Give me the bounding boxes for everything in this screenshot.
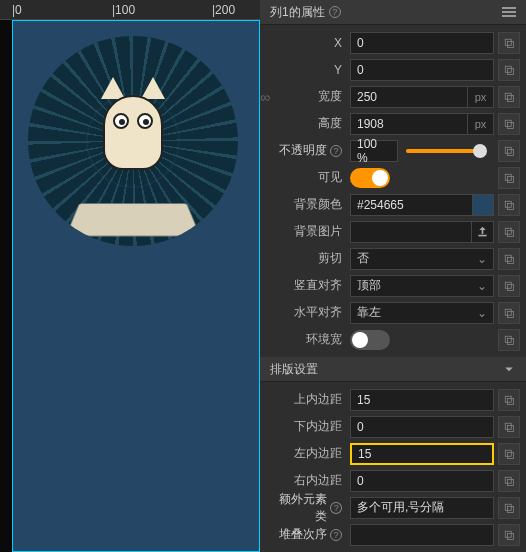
- upload-icon[interactable]: [472, 221, 494, 243]
- help-icon[interactable]: ?: [330, 502, 342, 514]
- copy-icon[interactable]: [498, 524, 520, 546]
- row-padding-top: 上内边距 15: [260, 386, 526, 413]
- svg-rect-20: [508, 284, 514, 290]
- content-image[interactable]: [28, 36, 238, 246]
- opacity-slider[interactable]: [406, 149, 486, 153]
- section-title: 排版设置: [270, 361, 318, 378]
- svg-rect-28: [508, 425, 514, 431]
- svg-rect-2: [505, 66, 511, 72]
- svg-rect-21: [505, 309, 511, 315]
- help-icon[interactable]: ?: [329, 6, 341, 18]
- y-input[interactable]: 0: [350, 59, 494, 81]
- section-header-column-props[interactable]: 列1的属性?: [260, 0, 526, 25]
- svg-rect-25: [505, 396, 511, 402]
- copy-icon[interactable]: [498, 113, 520, 135]
- copy-icon[interactable]: [498, 221, 520, 243]
- help-icon[interactable]: ?: [330, 145, 342, 157]
- svg-rect-8: [505, 147, 511, 153]
- row-height: 高度 1908 px: [260, 110, 526, 137]
- svg-rect-6: [505, 120, 511, 126]
- copy-icon[interactable]: [498, 194, 520, 216]
- row-padding-bottom: 下内边距 0: [260, 413, 526, 440]
- row-halign: 水平对齐 靠左⌄: [260, 299, 526, 326]
- section-header-layout[interactable]: 排版设置: [260, 357, 526, 382]
- row-opacity: 不透明度? 100 %: [260, 137, 526, 164]
- opacity-input[interactable]: 100 %: [350, 140, 398, 162]
- svg-rect-12: [505, 201, 511, 207]
- copy-icon[interactable]: [498, 389, 520, 411]
- row-stack-order: 堆叠次序?: [260, 521, 526, 548]
- visible-toggle[interactable]: [350, 168, 390, 188]
- envwidth-toggle[interactable]: [350, 330, 390, 350]
- svg-rect-34: [508, 506, 514, 512]
- svg-rect-24: [508, 338, 514, 344]
- padding-bottom-input[interactable]: 0: [350, 416, 494, 438]
- padding-right-input[interactable]: 0: [350, 470, 494, 492]
- copy-icon[interactable]: [498, 416, 520, 438]
- row-bgimg: 背景图片: [260, 218, 526, 245]
- link-icon[interactable]: ∞: [260, 89, 270, 105]
- row-padding-left: 左内边距 15: [260, 440, 526, 467]
- bgcolor-input[interactable]: #254665: [350, 194, 473, 216]
- svg-rect-3: [508, 68, 514, 74]
- svg-rect-15: [505, 228, 511, 234]
- extra-class-input[interactable]: 多个可用,号分隔: [350, 497, 494, 519]
- svg-rect-19: [505, 282, 511, 288]
- row-visible: 可见: [260, 164, 526, 191]
- svg-rect-1: [508, 41, 514, 47]
- bgimg-input[interactable]: [350, 221, 472, 243]
- copy-icon[interactable]: [498, 32, 520, 54]
- copy-icon[interactable]: [498, 167, 520, 189]
- svg-rect-9: [508, 149, 514, 155]
- svg-rect-0: [505, 39, 511, 45]
- svg-rect-23: [505, 336, 511, 342]
- copy-icon[interactable]: [498, 470, 520, 492]
- copy-icon[interactable]: [498, 86, 520, 108]
- svg-rect-13: [508, 203, 514, 209]
- svg-rect-29: [505, 450, 511, 456]
- padding-left-input[interactable]: 15: [350, 443, 494, 465]
- menu-icon[interactable]: [502, 7, 516, 17]
- copy-icon[interactable]: [498, 329, 520, 351]
- copy-icon[interactable]: [498, 275, 520, 297]
- color-swatch[interactable]: [472, 194, 494, 216]
- svg-rect-11: [508, 176, 514, 182]
- ruler-top: |0 |100 |200: [0, 0, 260, 20]
- canvas[interactable]: [12, 20, 260, 552]
- svg-rect-35: [505, 531, 511, 537]
- copy-icon[interactable]: [498, 497, 520, 519]
- valign-select[interactable]: 顶部⌄: [350, 275, 494, 297]
- svg-rect-33: [505, 504, 511, 510]
- chevron-down-icon[interactable]: [502, 362, 516, 376]
- copy-icon[interactable]: [498, 140, 520, 162]
- row-bgcolor: 背景颜色 #254665: [260, 191, 526, 218]
- padding-top-input[interactable]: 15: [350, 389, 494, 411]
- svg-rect-5: [508, 95, 514, 101]
- row-extra-class: 额外元素类? 多个可用,号分隔: [260, 494, 526, 521]
- copy-icon[interactable]: [498, 59, 520, 81]
- width-input[interactable]: 250: [350, 86, 468, 108]
- unit-px[interactable]: px: [468, 113, 494, 135]
- canvas-area: |0 |100 |200: [0, 0, 260, 552]
- unit-px[interactable]: px: [468, 86, 494, 108]
- height-input[interactable]: 1908: [350, 113, 468, 135]
- svg-rect-18: [508, 257, 514, 263]
- x-input[interactable]: 0: [350, 32, 494, 54]
- copy-icon[interactable]: [498, 302, 520, 324]
- svg-rect-27: [505, 423, 511, 429]
- svg-rect-31: [505, 477, 511, 483]
- row-width: ∞ 宽度 250 px: [260, 83, 526, 110]
- help-icon[interactable]: ?: [330, 529, 342, 541]
- row-valign: 竖直对齐 顶部⌄: [260, 272, 526, 299]
- stack-order-input[interactable]: [350, 524, 494, 546]
- row-x: X 0: [260, 29, 526, 56]
- halign-select[interactable]: 靠左⌄: [350, 302, 494, 324]
- copy-icon[interactable]: [498, 248, 520, 270]
- copy-icon[interactable]: [498, 443, 520, 465]
- svg-rect-10: [505, 174, 511, 180]
- svg-rect-16: [508, 230, 514, 236]
- clip-select[interactable]: 否⌄: [350, 248, 494, 270]
- svg-rect-26: [508, 398, 514, 404]
- row-envwidth: 环境宽: [260, 326, 526, 353]
- svg-rect-17: [505, 255, 511, 261]
